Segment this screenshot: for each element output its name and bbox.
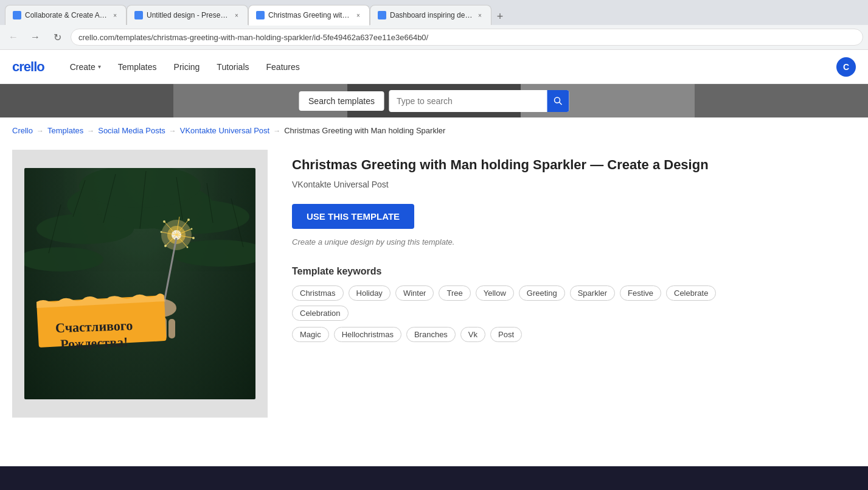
template-image: Счастливого Рождества! bbox=[24, 168, 255, 399]
tab-title-4: Dashboard inspiring designs - G... bbox=[390, 11, 473, 19]
keywords-row-1: Christmas Holiday Winter Tree Yellow Gre… bbox=[292, 285, 718, 321]
back-button[interactable]: ← bbox=[5, 29, 22, 46]
breadcrumb-sep-4: → bbox=[273, 127, 280, 135]
create-chevron-icon: ▾ bbox=[98, 63, 101, 70]
footer: Crello Plans & Prices About Us Tools Pro… bbox=[0, 466, 868, 490]
svg-line-1 bbox=[560, 102, 562, 105]
site-nav: crello Create ▾ Templates Pricing Tutori… bbox=[0, 50, 868, 84]
forward-button[interactable]: → bbox=[27, 29, 44, 46]
browser-tab-2[interactable]: Untitled design - Presentation (T... × bbox=[127, 5, 248, 25]
hero-search-area: Search templates bbox=[299, 90, 569, 112]
search-icon bbox=[554, 96, 563, 106]
nav-features-label: Features bbox=[266, 62, 300, 72]
svg-point-27 bbox=[191, 228, 193, 230]
pine-branches: Счастливого Рождества! bbox=[24, 168, 255, 399]
tab-favicon-4 bbox=[378, 11, 386, 19]
svg-point-28 bbox=[192, 237, 195, 239]
keywords-title: Template keywords bbox=[292, 266, 718, 277]
svg-point-26 bbox=[187, 219, 190, 221]
tab-favicon-2 bbox=[134, 11, 143, 19]
nav-features[interactable]: Features bbox=[259, 57, 307, 77]
site-logo[interactable]: crello bbox=[12, 59, 44, 75]
keyword-winter[interactable]: Winter bbox=[395, 285, 434, 301]
svg-point-0 bbox=[555, 97, 560, 103]
nav-links: Create ▾ Templates Pricing Tutorials Fea… bbox=[63, 57, 307, 77]
nav-right: C bbox=[836, 57, 856, 77]
tab-title-1: Collaborate & Create Amazing G... bbox=[25, 11, 108, 19]
search-input-wrap bbox=[389, 90, 569, 112]
search-templates-label: Search templates bbox=[308, 96, 375, 106]
breadcrumb: Crello → Templates → Social Media Posts … bbox=[0, 117, 868, 144]
use-template-button[interactable]: USE THIS TEMPLATE bbox=[292, 204, 414, 229]
browser-tab-4[interactable]: Dashboard inspiring designs - G... × bbox=[370, 5, 491, 25]
keywords-row-2: Magic Hellochristmas Branches Vk Post bbox=[292, 327, 718, 342]
nav-tutorials-label: Tutorials bbox=[217, 62, 249, 72]
breadcrumb-vkontakte[interactable]: VKontakte Universal Post bbox=[180, 126, 269, 135]
nav-create[interactable]: Create ▾ bbox=[63, 57, 108, 77]
search-templates-button[interactable]: Search templates bbox=[299, 91, 384, 111]
template-info: Christmas Greeting with Man holding Spar… bbox=[292, 150, 718, 418]
nav-tutorials[interactable]: Tutorials bbox=[209, 57, 256, 77]
keyword-post[interactable]: Post bbox=[490, 327, 522, 342]
keyword-christmas[interactable]: Christmas bbox=[292, 285, 344, 301]
nav-templates-label: Templates bbox=[118, 62, 157, 72]
browser-tab-3[interactable]: Christmas Greeting with Man ho... × bbox=[248, 5, 370, 26]
user-avatar[interactable]: C bbox=[836, 57, 856, 77]
keyword-sparkler[interactable]: Sparkler bbox=[570, 285, 615, 301]
breadcrumb-templates[interactable]: Templates bbox=[47, 126, 83, 135]
keyword-holiday[interactable]: Holiday bbox=[349, 285, 391, 301]
svg-text:Счастливого: Счастливого bbox=[55, 318, 133, 335]
tab-close-2[interactable]: × bbox=[233, 10, 240, 20]
svg-point-5 bbox=[24, 247, 103, 271]
breadcrumb-sep-1: → bbox=[36, 127, 44, 135]
keyword-tree[interactable]: Tree bbox=[439, 285, 470, 301]
keyword-hellochristmas[interactable]: Hellochristmas bbox=[334, 327, 401, 342]
tab-close-3[interactable]: × bbox=[355, 10, 362, 20]
tab-close-4[interactable]: × bbox=[476, 10, 484, 20]
browser-tabs: Collaborate & Create Amazing G... × Unti… bbox=[0, 0, 868, 25]
breadcrumb-social-media-posts[interactable]: Social Media Posts bbox=[98, 126, 165, 135]
browser-toolbar: ← → ↻ crello.com/templates/christmas-gre… bbox=[0, 25, 868, 49]
keyword-magic[interactable]: Magic bbox=[292, 327, 329, 342]
keyword-vk[interactable]: Vk bbox=[460, 327, 485, 342]
address-text: crello.com/templates/christmas-greeting-… bbox=[78, 33, 428, 42]
tab-favicon-1 bbox=[13, 11, 21, 19]
svg-point-3 bbox=[36, 214, 134, 244]
nav-create-label: Create bbox=[70, 62, 95, 72]
template-preview-panel: Счастливого Рождества! bbox=[12, 150, 268, 418]
svg-text:Рождества!: Рождества! bbox=[60, 334, 128, 352]
svg-rect-37 bbox=[168, 319, 175, 338]
browser-tab-1[interactable]: Collaborate & Create Amazing G... × bbox=[5, 5, 127, 25]
nav-templates[interactable]: Templates bbox=[111, 57, 164, 77]
hero-banner: Search templates bbox=[0, 84, 868, 117]
breadcrumb-current: Christmas Greeting with Man holding Spar… bbox=[284, 126, 445, 135]
keyword-greeting[interactable]: Greeting bbox=[519, 285, 565, 301]
new-tab-button[interactable]: + bbox=[491, 8, 509, 25]
svg-point-29 bbox=[187, 247, 189, 248]
main-content: Счастливого Рождества! Christmas Greetin… bbox=[0, 144, 730, 442]
template-description: Create a unique design by using this tem… bbox=[292, 237, 718, 247]
tab-close-1[interactable]: × bbox=[111, 10, 119, 20]
keyword-yellow[interactable]: Yellow bbox=[476, 285, 514, 301]
tab-title-2: Untitled design - Presentation (T... bbox=[147, 11, 229, 19]
browser-chrome: Collaborate & Create Amazing G... × Unti… bbox=[0, 0, 868, 50]
preview-outer: Счастливого Рождества! bbox=[12, 150, 268, 418]
svg-point-31 bbox=[161, 231, 162, 233]
svg-point-32 bbox=[164, 245, 167, 247]
tab-title-3: Christmas Greeting with Man ho... bbox=[268, 11, 351, 19]
keyword-festive[interactable]: Festive bbox=[620, 285, 661, 301]
template-subtitle: VKontakte Universal Post bbox=[292, 180, 718, 189]
keyword-branches[interactable]: Branches bbox=[406, 327, 456, 342]
refresh-button[interactable]: ↻ bbox=[49, 29, 66, 46]
breadcrumb-sep-2: → bbox=[87, 127, 94, 135]
search-submit-button[interactable] bbox=[547, 90, 569, 112]
nav-pricing[interactable]: Pricing bbox=[167, 57, 207, 77]
search-input[interactable] bbox=[389, 91, 547, 111]
breadcrumb-sep-3: → bbox=[169, 127, 176, 135]
svg-point-30 bbox=[163, 220, 165, 223]
breadcrumb-crello[interactable]: Crello bbox=[12, 126, 33, 135]
nav-pricing-label: Pricing bbox=[174, 62, 200, 72]
keyword-celebration[interactable]: Celebration bbox=[292, 306, 349, 321]
keyword-celebrate[interactable]: Celebrate bbox=[666, 285, 716, 301]
address-bar[interactable]: crello.com/templates/christmas-greeting-… bbox=[71, 29, 863, 46]
